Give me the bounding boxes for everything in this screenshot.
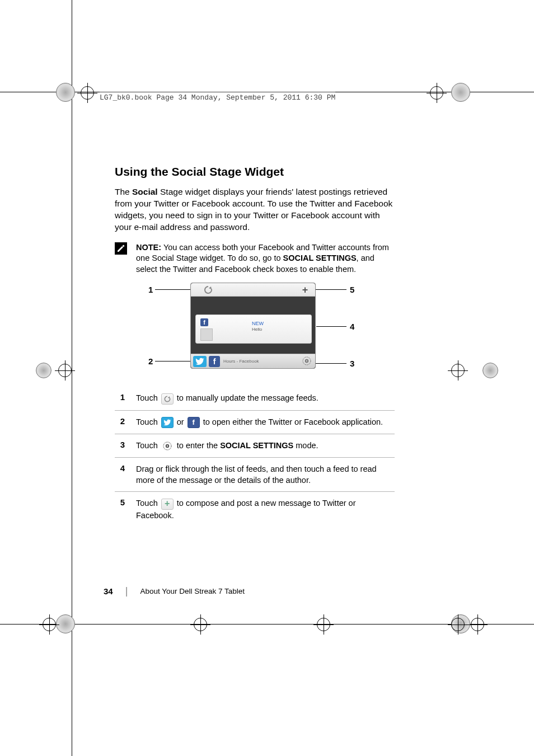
- registration-dot: [56, 83, 75, 102]
- header-stamp-text: LG7_bk0.book Page 34 Monday, September 5…: [100, 93, 335, 102]
- callout-line: [314, 363, 346, 364]
- callout-1: 1: [148, 285, 153, 294]
- step-row: 5 Touch + to compose and post a new mess…: [115, 492, 395, 526]
- note-pencil-icon: [115, 242, 127, 255]
- step-number: 5: [115, 497, 125, 507]
- step-body: Touch + to compose and post a new messag…: [136, 497, 395, 520]
- registration-dot: [36, 363, 51, 378]
- registration-crosshair-icon: [313, 614, 334, 635]
- note-label: NOTE:: [136, 243, 161, 252]
- step-row: 2 Touch or f to open either the Twitter …: [115, 411, 395, 434]
- widget-bottombar: f Hours - Facebook: [191, 354, 315, 368]
- feed-card: f NEW Hello: [195, 314, 312, 344]
- step-body: Drag or flick through the list of feeds,…: [136, 463, 395, 486]
- twitter-chip-icon: [193, 356, 207, 367]
- facebook-badge-icon: f: [200, 318, 208, 326]
- intro-bold: Social: [132, 187, 158, 196]
- intro-text: The: [115, 187, 132, 196]
- step-number: 3: [115, 440, 125, 449]
- step-text: to open either the Twitter or Facebook a…: [203, 417, 383, 426]
- registration-crosshair-icon: [467, 614, 488, 635]
- steps-table: 1 Touch to manually update the message f…: [115, 388, 395, 527]
- step-text: Touch: [136, 393, 160, 402]
- callout-4: 4: [350, 322, 354, 331]
- feed-hello-label: Hello: [252, 327, 264, 332]
- widget-illustration: 1 2 5 4 3 + f NEW: [115, 283, 395, 378]
- registration-crosshair-icon: [39, 614, 59, 635]
- chapter-title: About Your Dell Streak 7 Tablet: [140, 587, 245, 595]
- step-text: to manually update the message feeds.: [177, 393, 318, 402]
- callout-2: 2: [148, 356, 153, 366]
- step-text: to enter the: [177, 441, 220, 450]
- registration-crosshair-icon: [77, 83, 97, 103]
- plus-icon: +: [161, 499, 174, 510]
- page-footer: 34 | About Your Dell Streak 7 Tablet: [104, 586, 245, 596]
- twitter-icon: [161, 417, 174, 428]
- callout-3: 3: [350, 359, 354, 368]
- callout-5: 5: [350, 285, 354, 294]
- registration-crosshair-icon: [190, 614, 210, 635]
- step-text: or: [177, 417, 186, 426]
- registration-crosshair-icon: [448, 614, 468, 635]
- step-body: Touch to manually update the message fee…: [136, 392, 395, 404]
- note-bold: SOCIAL SETTINGS: [283, 253, 357, 262]
- step-row: 1 Touch to manually update the message f…: [115, 388, 395, 410]
- svg-point-4: [306, 360, 307, 361]
- avatar-placeholder: [200, 328, 213, 341]
- step-text: Touch: [136, 441, 160, 450]
- registration-dot: [451, 83, 470, 102]
- step-text: mode.: [293, 441, 318, 450]
- registration-crosshair-icon: [427, 83, 447, 103]
- step-number: 4: [115, 463, 125, 473]
- step-bold: SOCIAL SETTINGS: [220, 441, 293, 450]
- callout-line: [155, 361, 193, 361]
- gear-icon: [161, 440, 174, 452]
- registration-dot: [483, 363, 498, 378]
- refresh-icon: [203, 285, 213, 295]
- footer-separator: |: [125, 586, 128, 596]
- widget-topbar: +: [191, 283, 315, 297]
- widget-bottom-label: Hours - Facebook: [223, 359, 259, 364]
- registration-crosshair-icon: [448, 360, 468, 381]
- facebook-chip-icon: f: [209, 356, 220, 367]
- note-block: NOTE: You can access both your Facebook …: [115, 242, 395, 275]
- refresh-icon: [161, 393, 174, 405]
- gear-icon: [302, 356, 312, 366]
- step-text: Touch: [136, 417, 160, 426]
- step-number: 1: [115, 392, 125, 402]
- registration-crosshair-icon: [55, 360, 75, 381]
- page-heading: Using the Social Stage Widget: [115, 165, 395, 179]
- social-widget: + f NEW Hello f Hours - Facebook: [190, 283, 316, 369]
- feed-text: NEW Hello: [252, 321, 264, 332]
- step-body: Touch to enter the SOCIAL SETTINGS mode.: [136, 440, 395, 452]
- step-number: 2: [115, 416, 125, 426]
- step-row: 4 Drag or flick through the list of feed…: [115, 458, 395, 492]
- plus-icon: +: [301, 285, 310, 294]
- svg-point-7: [167, 445, 168, 447]
- step-text: Touch: [136, 499, 160, 508]
- callout-line: [312, 289, 346, 290]
- note-text: NOTE: You can access both your Facebook …: [134, 242, 395, 275]
- header-stamp: LG7_bk0.book Page 34 Monday, September 5…: [100, 92, 335, 102]
- step-body: Touch or f to open either the Twitter or…: [136, 416, 395, 428]
- callout-line: [316, 326, 346, 327]
- page-number: 34: [104, 586, 113, 596]
- intro-paragraph: The Social Stage widget displays your fr…: [115, 186, 395, 233]
- step-row: 3 Touch to enter the SOCIAL SETTINGS mod…: [115, 434, 395, 458]
- facebook-icon: f: [188, 417, 200, 428]
- feed-new-label: NEW: [252, 321, 264, 327]
